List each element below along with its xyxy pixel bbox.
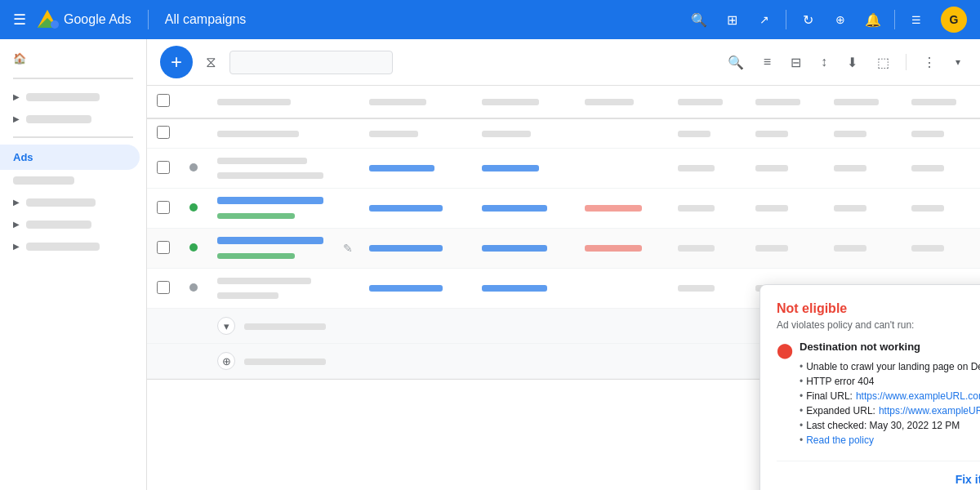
row4-checkbox[interactable]	[157, 241, 170, 254]
bullet-http: HTTP error 404	[800, 374, 980, 389]
toolbar: + ⧖ 🔍 ≡ ⊟ ↕ ⬇ ⬚ ⋮ ▾	[147, 39, 980, 86]
nav-icon-divider	[786, 10, 786, 29]
notifications-button[interactable]: 🔔	[858, 5, 888, 34]
ads-label: Ads	[13, 151, 33, 163]
col9-header	[902, 86, 980, 118]
sidebar-item-2[interactable]: ▶	[0, 108, 140, 130]
expand-icon-5: ▶	[13, 198, 20, 207]
sidebar-label-6	[26, 220, 91, 229]
row2-checkbox[interactable]	[157, 161, 170, 174]
sidebar-item-6[interactable]: ▶	[0, 213, 140, 235]
sidebar-divider	[13, 78, 133, 79]
row3-name	[207, 189, 359, 229]
table-row	[147, 118, 980, 149]
home-icon: 🏠	[13, 52, 26, 65]
bullet-expanded-url: Expanded URL: https://www.exampleURL.com	[800, 403, 980, 418]
menu-dots-button[interactable]: ☰	[902, 5, 931, 34]
table-row	[147, 149, 980, 189]
select-all-checkbox[interactable]	[157, 94, 170, 107]
error-circle-icon: ⬤	[777, 341, 793, 359]
sidebar-item-7[interactable]: ▶	[0, 235, 140, 257]
bullet-read-policy: Read the policy	[800, 433, 980, 448]
google-ads-logo: Google Ads	[36, 8, 131, 31]
table-row-selected: ✎	[147, 229, 980, 269]
toolbar-divider	[906, 54, 906, 70]
hamburger-menu[interactable]: ☰	[13, 11, 26, 29]
popup-section-title: Destination not working	[800, 341, 980, 353]
row1-checkbox[interactable]	[157, 126, 170, 139]
expanded-url-link[interactable]: https://www.exampleURL.com	[879, 405, 980, 416]
expand-label-2	[244, 359, 326, 365]
table-row	[147, 189, 980, 229]
col6-header	[668, 86, 746, 118]
expand-label-1	[244, 323, 326, 330]
chart-icon[interactable]: ↕	[814, 48, 834, 76]
sidebar-label-5	[26, 198, 96, 207]
final-url-link[interactable]: https://www.exampleURL.com	[856, 390, 980, 402]
share-nav-button[interactable]: ↗	[750, 5, 779, 34]
sidebar-item-ads[interactable]: Ads	[0, 145, 140, 170]
status-dot-grey2	[189, 283, 198, 292]
main-content: + ⧖ 🔍 ≡ ⊟ ↕ ⬇ ⬚ ⋮ ▾	[147, 39, 980, 490]
bullet-last-checked: Last checked: May 30, 2022 12 PM	[800, 418, 980, 433]
avatar[interactable]: G	[941, 7, 967, 33]
sidebar-home[interactable]: 🏠	[0, 46, 140, 71]
help-nav-button[interactable]: ⊕	[826, 5, 855, 34]
bullet-crawl: Unable to crawl your landing page on Des…	[800, 359, 980, 374]
segments-icon[interactable]: ⊟	[784, 48, 808, 77]
status-dot-grey	[189, 163, 198, 172]
popup-section-content: Destination not working Unable to crawl …	[800, 341, 980, 448]
expand-icon-row2[interactable]: ⊕	[217, 352, 235, 370]
expand-icon[interactable]: ⬚	[871, 48, 896, 77]
read-policy-link[interactable]: Read the policy	[806, 434, 874, 446]
columns-icon[interactable]: ≡	[757, 48, 777, 76]
logo-text: Google Ads	[64, 12, 131, 27]
sidebar: 🏠 ▶ ▶ Ads ▶ ▶ ▶	[0, 39, 147, 490]
row5-name	[207, 269, 359, 309]
row2-name	[207, 149, 359, 189]
search-toolbar-icon[interactable]: 🔍	[721, 48, 751, 77]
nav-icons: 🔍 ⊞ ↗ ↻ ⊕ 🔔 ☰	[684, 5, 931, 34]
fix-it-button[interactable]: Fix it	[949, 468, 980, 490]
col8-header	[824, 86, 902, 118]
edit-pencil-icon[interactable]: ✎	[343, 242, 353, 255]
row3-checkbox[interactable]	[157, 201, 170, 214]
row5-checkbox[interactable]	[157, 281, 170, 294]
more-icon[interactable]: ⋮	[916, 48, 942, 77]
top-navigation: ☰ Google Ads All campaigns 🔍 ⊞ ↗ ↻ ⊕ 🔔 ☰…	[0, 0, 980, 39]
expand-icon-6: ▶	[13, 220, 20, 229]
popup-actions: Fix it Edit ad	[777, 461, 980, 490]
popup-container: Not eligible Ad violates policy and can'…	[760, 284, 980, 490]
row4-name: ✎	[207, 229, 359, 269]
col4-header	[472, 86, 575, 118]
col7-header	[746, 86, 824, 118]
sidebar-item-1[interactable]: ▶	[0, 86, 140, 108]
download-icon[interactable]: ⬇	[840, 48, 864, 77]
sidebar-item-5[interactable]: ▶	[0, 191, 140, 213]
chevron-icon[interactable]: ▾	[949, 50, 967, 74]
popup-section: ⬤ Destination not working Unable to craw…	[777, 341, 980, 448]
popup-title: Not eligible	[777, 301, 980, 316]
sidebar-label-7	[26, 243, 100, 251]
expand-icon-2: ▶	[13, 114, 20, 123]
refresh-nav-button[interactable]: ↻	[793, 5, 822, 34]
search-nav-button[interactable]: 🔍	[684, 5, 714, 34]
sidebar-label-2	[26, 115, 91, 123]
bullet-final-url: Final URL: https://www.exampleURL.com	[800, 389, 980, 403]
search-input[interactable]	[229, 51, 393, 74]
add-button[interactable]: +	[160, 46, 193, 78]
popup-subtitle: Ad violates policy and can't run:	[777, 319, 980, 331]
filter-icon[interactable]: ⧖	[199, 47, 223, 78]
nav-divider	[148, 10, 149, 29]
expand-icon-1: ▶	[13, 92, 20, 101]
sidebar-label-4	[13, 176, 74, 185]
expand-icon-row1[interactable]: ▾	[217, 317, 235, 335]
col-name-header	[207, 86, 359, 118]
not-eligible-popup: Not eligible Ad violates policy and can'…	[760, 284, 980, 490]
sidebar-item-4[interactable]	[0, 170, 140, 191]
grid-nav-button[interactable]: ⊞	[717, 5, 746, 34]
popup-bullets-list: Unable to crawl your landing page on Des…	[800, 359, 980, 448]
sidebar-label-1	[26, 93, 100, 101]
page-title: All campaigns	[165, 12, 247, 27]
row1-name	[207, 118, 359, 149]
